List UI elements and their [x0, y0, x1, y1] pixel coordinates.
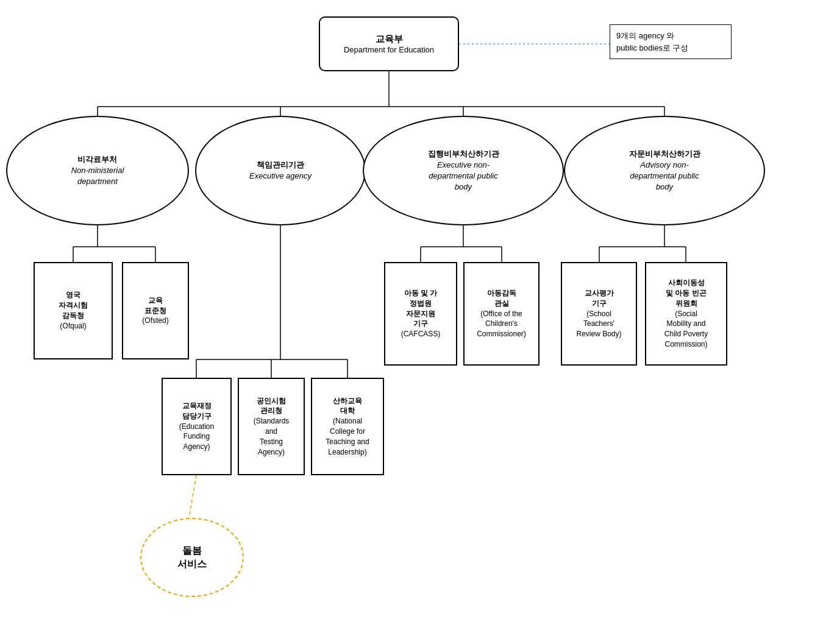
- nctl-ko: 산하교육대학: [326, 396, 369, 417]
- cafcass-node: 아동 및 가정법원자문지원기구 (CAFCASS): [384, 262, 457, 366]
- occ-node: 아동감독관실 (Office of theChildren'sCommissio…: [463, 262, 540, 366]
- ofsted-node: 교육표준청 (Ofsted): [122, 262, 189, 359]
- ofqual-en: (Ofqual): [59, 321, 88, 331]
- smcpc-node: 사회이동성및 아동 빈곤위원회 (SocialMobility andChild…: [645, 262, 727, 366]
- ofqual-ko: 영국자격시험감독청: [59, 290, 88, 320]
- executive-agency-node: 책임관리기관 Executive agency: [195, 116, 366, 225]
- root-node: 교육부 Department for Education: [319, 16, 459, 71]
- non-ministerial-node: 비각료부처 Non-ministerialdepartment: [6, 116, 189, 225]
- strb-node: 교사평가기구 (SchoolTeachers'Review Body): [561, 262, 637, 366]
- side-note-text: 9개의 agency 와public bodies로 구성: [616, 31, 689, 52]
- executive-agency-en: Executive agency: [249, 171, 312, 182]
- care-service-node: 돌봄서비스: [140, 518, 244, 597]
- executive-ndpb-en: Executive non-departmental publicbody: [428, 160, 499, 193]
- cafcass-ko: 아동 및 가정법원자문지원기구: [401, 288, 441, 329]
- svg-line-23: [189, 475, 196, 518]
- ofqual-node: 영국자격시험감독청 (Ofqual): [34, 262, 113, 359]
- strb-en: (SchoolTeachers'Review Body): [576, 309, 621, 339]
- sta-node: 공인시험관리청 (StandardsandTestingAgency): [238, 378, 305, 475]
- non-ministerial-en: Non-ministerialdepartment: [71, 165, 124, 187]
- strb-ko: 교사평가기구: [576, 288, 621, 309]
- smcpc-ko: 사회이동성및 아동 빈곤위원회: [664, 278, 708, 308]
- root-ko: 교육부: [376, 34, 403, 45]
- executive-ndpb-node: 집행비부처산하기관 Executive non-departmental pub…: [363, 116, 564, 225]
- advisory-ndpb-en: Advisory non-departmental publicbody: [629, 160, 700, 193]
- non-ministerial-ko: 비각료부처: [71, 154, 124, 165]
- ofsted-ko: 교육표준청: [142, 295, 168, 316]
- root-en: Department for Education: [344, 45, 434, 54]
- efa-node: 교육재정담당기구 (EducationFundingAgency): [162, 378, 232, 475]
- advisory-ndpb-node: 자문비부처산하기관 Advisory non-departmental publ…: [564, 116, 765, 225]
- executive-ndpb-ko: 집행비부처산하기관: [428, 149, 499, 160]
- care-service-label: 돌봄서비스: [177, 544, 207, 571]
- ofsted-en: (Ofsted): [142, 316, 168, 326]
- occ-ko: 아동감독관실: [477, 288, 526, 309]
- efa-en: (EducationFundingAgency): [179, 422, 214, 452]
- advisory-ndpb-ko: 자문비부처산하기관: [629, 149, 700, 160]
- nctl-en: (NationalCollege forTeaching andLeadersh…: [326, 416, 369, 457]
- cafcass-en: (CAFCASS): [401, 329, 441, 339]
- sta-ko: 공인시험관리청: [254, 396, 290, 417]
- smcpc-en: (SocialMobility andChild PovertyCommissi…: [664, 309, 708, 350]
- efa-ko: 교육재정담당기구: [179, 401, 214, 422]
- nctl-node: 산하교육대학 (NationalCollege forTeaching andL…: [311, 378, 384, 475]
- occ-en: (Office of theChildren'sCommissioner): [477, 309, 526, 339]
- side-note: 9개의 agency 와public bodies로 구성: [610, 24, 732, 59]
- executive-agency-ko: 책임관리기관: [249, 160, 312, 171]
- sta-en: (StandardsandTestingAgency): [254, 416, 290, 457]
- org-chart: 교육부 Department for Education 9개의 agency …: [0, 0, 837, 644]
